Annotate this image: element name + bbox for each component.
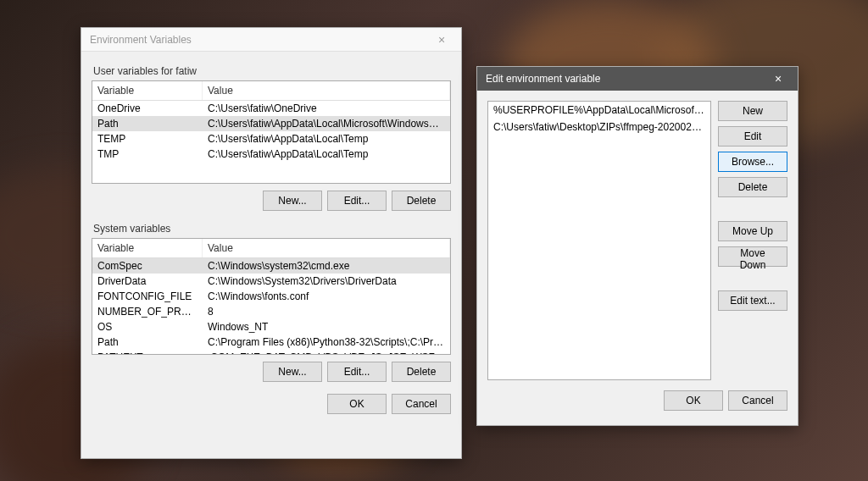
- var-name-cell: OS: [92, 319, 203, 334]
- edit-text-button[interactable]: Edit text...: [718, 290, 787, 311]
- edit-title: Edit environment variable: [486, 73, 600, 85]
- user-new-button[interactable]: New...: [263, 191, 322, 211]
- env-titlebar[interactable]: Environment Variables ×: [81, 28, 461, 52]
- environment-variables-dialog: Environment Variables × User variables f…: [81, 27, 462, 459]
- col-value[interactable]: Value: [203, 239, 450, 257]
- sys-new-button[interactable]: New...: [263, 362, 322, 382]
- var-name-cell: TMP: [92, 147, 203, 162]
- edit-delete-button[interactable]: Delete: [718, 177, 787, 197]
- sys-edit-button[interactable]: Edit...: [327, 362, 387, 382]
- var-value-cell: Windows_NT: [203, 319, 450, 334]
- edit-moveup-button[interactable]: Move Up: [718, 221, 787, 241]
- table-row[interactable]: PathC:\Users\fatiw\AppData\Local\Microso…: [92, 116, 450, 131]
- edit-env-variable-dialog: Edit environment variable × %USERPROFILE…: [476, 66, 798, 426]
- path-listbox[interactable]: %USERPROFILE%\AppData\Local\Microsoft\Wi…: [487, 101, 711, 380]
- edit-edit-button[interactable]: Edit: [718, 126, 787, 147]
- col-variable[interactable]: Variable: [92, 239, 203, 257]
- table-row[interactable]: NUMBER_OF_PROCESSORS8: [92, 304, 450, 319]
- table-row[interactable]: TEMPC:\Users\fatiw\AppData\Local\Temp: [92, 131, 450, 147]
- table-row[interactable]: DriverDataC:\Windows\System32\Drivers\Dr…: [92, 274, 450, 289]
- system-vars-label: System variables: [93, 223, 451, 235]
- user-vars-listbox[interactable]: Variable Value OneDriveC:\Users\fatiw\On…: [92, 80, 451, 184]
- var-name-cell: OneDrive: [92, 101, 203, 116]
- edit-movedown-button[interactable]: Move Down: [718, 246, 787, 267]
- system-vars-header: Variable Value: [92, 239, 450, 258]
- var-name-cell: PATHEXT: [92, 350, 203, 355]
- col-value[interactable]: Value: [203, 81, 450, 100]
- var-name-cell: TEMP: [92, 131, 203, 147]
- table-row[interactable]: OSWindows_NT: [92, 319, 450, 334]
- user-edit-button[interactable]: Edit...: [327, 191, 387, 211]
- close-icon[interactable]: ×: [765, 70, 791, 87]
- var-value-cell: C:\Program Files (x86)\Python38-32\Scrip…: [203, 334, 450, 350]
- system-vars-listbox[interactable]: Variable Value ComSpecC:\Windows\system3…: [92, 238, 451, 355]
- path-item[interactable]: C:\Users\fatiw\Desktop\ZIPs\ffmpeg-20200…: [488, 119, 710, 135]
- env-title: Environment Variables: [90, 34, 192, 46]
- sys-delete-button[interactable]: Delete: [392, 362, 451, 382]
- var-value-cell: C:\Windows\system32\cmd.exe: [203, 258, 450, 274]
- var-value-cell: 8: [203, 304, 450, 319]
- env-ok-button[interactable]: OK: [327, 394, 387, 414]
- edit-titlebar[interactable]: Edit environment variable ×: [477, 67, 798, 91]
- var-name-cell: DriverData: [92, 274, 203, 289]
- edit-new-button[interactable]: New: [718, 101, 787, 121]
- var-value-cell: .COM;.EXE;.BAT;.CMD;.VBS;.VBE;.JS;.JSE;.…: [203, 350, 450, 355]
- edit-ok-button[interactable]: OK: [664, 390, 723, 411]
- edit-browse-button[interactable]: Browse...: [718, 152, 787, 172]
- edit-cancel-button[interactable]: Cancel: [728, 390, 787, 411]
- user-vars-label: User variables for fatiw: [93, 65, 451, 77]
- var-name-cell: Path: [92, 116, 203, 131]
- var-value-cell: C:\Users\fatiw\AppData\Local\Temp: [203, 131, 450, 147]
- var-value-cell: C:\Windows\System32\Drivers\DriverData: [203, 274, 450, 289]
- table-row[interactable]: PathC:\Program Files (x86)\Python38-32\S…: [92, 334, 450, 350]
- table-row[interactable]: ComSpecC:\Windows\system32\cmd.exe: [92, 258, 450, 274]
- var-value-cell: C:\Users\fatiw\AppData\Local\Temp: [203, 147, 450, 162]
- var-name-cell: ComSpec: [92, 258, 203, 274]
- var-name-cell: NUMBER_OF_PROCESSORS: [92, 304, 203, 319]
- path-item[interactable]: %USERPROFILE%\AppData\Local\Microsoft\Wi…: [488, 102, 710, 119]
- var-name-cell: Path: [92, 334, 203, 350]
- var-value-cell: C:\Users\fatiw\OneDrive: [203, 101, 450, 116]
- user-vars-header: Variable Value: [92, 81, 450, 101]
- close-icon[interactable]: ×: [429, 31, 454, 48]
- table-row[interactable]: OneDriveC:\Users\fatiw\OneDrive: [92, 101, 450, 116]
- table-row[interactable]: FONTCONFIG_FILEC:\Windows\fonts.conf: [92, 289, 450, 304]
- var-value-cell: C:\Users\fatiw\AppData\Local\Microsoft\W…: [203, 116, 450, 131]
- user-delete-button[interactable]: Delete: [392, 191, 451, 211]
- col-variable[interactable]: Variable: [92, 81, 203, 100]
- env-cancel-button[interactable]: Cancel: [392, 394, 451, 414]
- var-value-cell: C:\Windows\fonts.conf: [203, 289, 450, 304]
- table-row[interactable]: PATHEXT.COM;.EXE;.BAT;.CMD;.VBS;.VBE;.JS…: [92, 350, 450, 355]
- var-name-cell: FONTCONFIG_FILE: [92, 289, 203, 304]
- table-row[interactable]: TMPC:\Users\fatiw\AppData\Local\Temp: [92, 147, 450, 162]
